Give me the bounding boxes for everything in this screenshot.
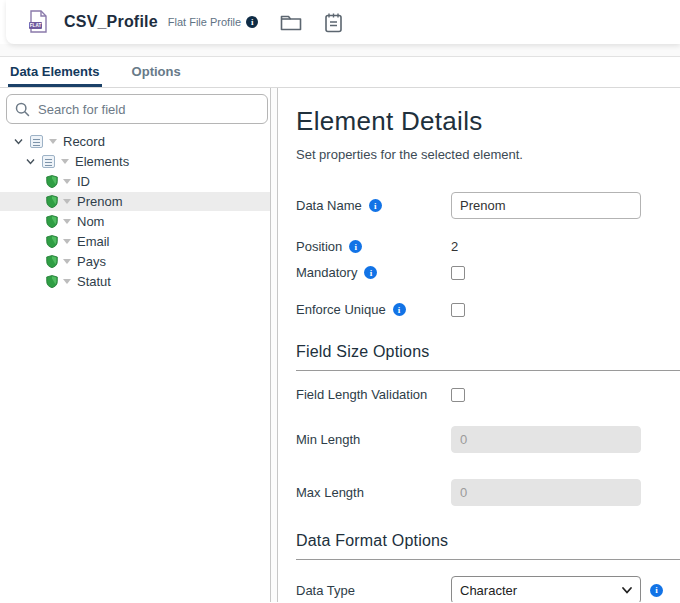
folder-button[interactable] bbox=[280, 13, 302, 31]
element-shield-icon bbox=[46, 275, 58, 288]
profile-info-icon[interactable]: i bbox=[246, 16, 258, 28]
data-format-options-heading: Data Format Options bbox=[296, 532, 680, 560]
folder-icon bbox=[280, 13, 302, 31]
min-length-input[interactable] bbox=[451, 426, 641, 453]
node-menu-caret-icon[interactable] bbox=[63, 239, 71, 244]
header-gap-band bbox=[0, 44, 680, 57]
search-input[interactable] bbox=[38, 102, 259, 117]
node-menu-caret-icon[interactable] bbox=[61, 159, 69, 164]
min-length-label: Min Length bbox=[296, 432, 451, 447]
mandatory-info-icon[interactable]: i bbox=[364, 266, 377, 279]
position-info-icon[interactable]: i bbox=[349, 240, 362, 253]
node-menu-caret-icon[interactable] bbox=[63, 219, 71, 224]
notes-button[interactable] bbox=[324, 12, 343, 33]
tab-options[interactable]: Options bbox=[130, 58, 183, 87]
data-elements-panel: Record Elements ID bbox=[0, 88, 270, 602]
tree-node-prenom[interactable]: Prenom bbox=[0, 192, 270, 211]
data-name-input[interactable] bbox=[451, 192, 641, 219]
data-type-info-icon[interactable]: i bbox=[650, 584, 663, 597]
field-size-options-heading: Field Size Options bbox=[296, 343, 680, 371]
tree-node-elements[interactable]: Elements bbox=[0, 152, 270, 171]
enforce-unique-checkbox[interactable] bbox=[451, 303, 465, 317]
tree-node-nom[interactable]: Nom bbox=[0, 212, 270, 231]
enforce-unique-info-icon[interactable]: i bbox=[393, 303, 406, 316]
node-menu-caret-icon[interactable] bbox=[63, 259, 71, 264]
tree-node-label[interactable]: Elements bbox=[75, 154, 129, 169]
search-icon bbox=[15, 102, 30, 117]
notepad-icon bbox=[324, 12, 343, 33]
tree-node-pays[interactable]: Pays bbox=[0, 252, 270, 271]
tree-node-email[interactable]: Email bbox=[0, 232, 270, 251]
enforce-unique-label: Enforce Unique i bbox=[296, 302, 451, 317]
node-menu-caret-icon[interactable] bbox=[63, 179, 71, 184]
mandatory-label: Mandatory i bbox=[296, 265, 451, 280]
tree-node-label[interactable]: Statut bbox=[77, 274, 111, 289]
tree-node-label[interactable]: Prenom bbox=[77, 194, 123, 209]
panel-scrollbar[interactable] bbox=[270, 88, 278, 602]
field-search-box[interactable] bbox=[6, 94, 268, 124]
chevron-down-icon[interactable] bbox=[13, 136, 25, 148]
tree-node-record[interactable]: Record bbox=[0, 132, 270, 151]
max-length-label: Max Length bbox=[296, 485, 451, 500]
tree-node-label[interactable]: Email bbox=[77, 234, 110, 249]
profile-header: FLAT CSV_Profile Flat File Profile i bbox=[6, 0, 680, 44]
element-shield-icon bbox=[46, 215, 58, 228]
data-type-select[interactable]: Character bbox=[451, 576, 641, 602]
element-shield-icon bbox=[46, 195, 58, 208]
node-menu-caret-icon[interactable] bbox=[49, 139, 57, 144]
profile-type-label: Flat File Profile bbox=[168, 16, 241, 28]
field-length-validation-checkbox[interactable] bbox=[451, 388, 465, 402]
tree-node-label[interactable]: Record bbox=[63, 134, 105, 149]
chevron-down-icon[interactable] bbox=[25, 156, 37, 168]
mandatory-checkbox[interactable] bbox=[451, 266, 465, 280]
details-subheading: Set properties for the selected element. bbox=[296, 147, 680, 162]
tree-node-statut[interactable]: Statut bbox=[0, 272, 270, 291]
data-type-label: Data Type bbox=[296, 583, 451, 598]
record-icon bbox=[30, 135, 43, 148]
data-name-label: Data Name i bbox=[296, 198, 451, 213]
tree-node-label[interactable]: Pays bbox=[77, 254, 106, 269]
data-name-info-icon[interactable]: i bbox=[369, 199, 382, 212]
element-shield-icon bbox=[46, 175, 58, 188]
profile-title: CSV_Profile bbox=[64, 13, 158, 31]
element-shield-icon bbox=[46, 235, 58, 248]
details-heading: Element Details bbox=[296, 106, 680, 137]
element-details-panel: Element Details Set properties for the s… bbox=[278, 88, 680, 602]
tab-data-elements[interactable]: Data Elements bbox=[8, 58, 102, 87]
node-menu-caret-icon[interactable] bbox=[63, 199, 71, 204]
element-shield-icon bbox=[46, 255, 58, 268]
flat-file-profile-icon: FLAT bbox=[28, 10, 48, 34]
max-length-input[interactable] bbox=[451, 479, 641, 506]
position-value: 2 bbox=[451, 239, 458, 254]
flat-badge-text: FLAT bbox=[30, 23, 42, 28]
field-length-validation-label: Field Length Validation bbox=[296, 387, 451, 402]
element-tree: Record Elements ID bbox=[0, 132, 270, 291]
tree-node-label[interactable]: Nom bbox=[77, 214, 104, 229]
node-menu-caret-icon[interactable] bbox=[63, 279, 71, 284]
profile-tabs: Data Elements Options bbox=[0, 57, 680, 88]
position-label: Position i bbox=[296, 239, 451, 254]
tree-node-id[interactable]: ID bbox=[0, 172, 270, 191]
tree-node-label[interactable]: ID bbox=[77, 174, 90, 189]
record-icon bbox=[42, 155, 55, 168]
